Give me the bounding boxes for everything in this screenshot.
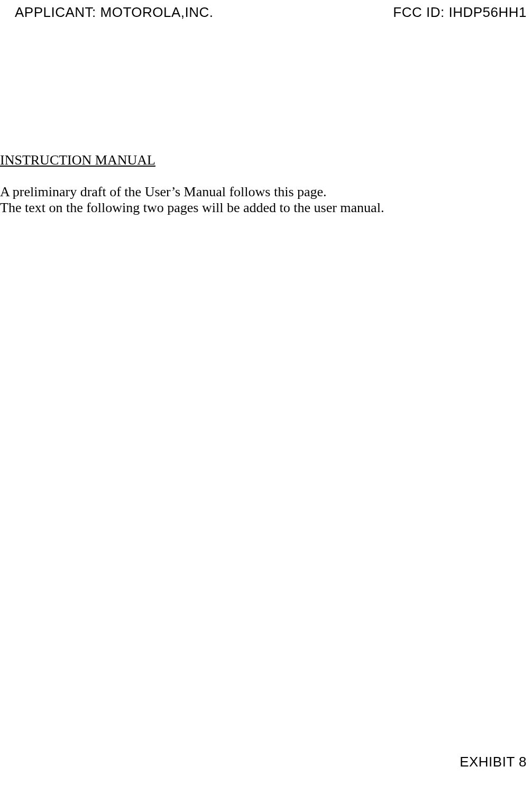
fcc-id-label: FCC ID: IHDP56HH1 <box>393 4 527 21</box>
paragraph-line-1: A preliminary draft of the User’s Manual… <box>0 184 527 200</box>
page-content: INSTRUCTION MANUAL A preliminary draft o… <box>0 152 532 216</box>
page-header: APPLICANT: MOTOROLA,INC. FCC ID: IHDP56H… <box>0 4 532 21</box>
page-footer: EXHIBIT 8 <box>460 754 527 770</box>
document-page: APPLICANT: MOTOROLA,INC. FCC ID: IHDP56H… <box>0 0 532 785</box>
paragraph-line-2: The text on the following two pages will… <box>0 200 527 216</box>
applicant-label: APPLICANT: MOTOROLA,INC. <box>15 4 214 21</box>
exhibit-label: EXHIBIT 8 <box>460 754 527 770</box>
section-title: INSTRUCTION MANUAL <box>0 152 527 168</box>
